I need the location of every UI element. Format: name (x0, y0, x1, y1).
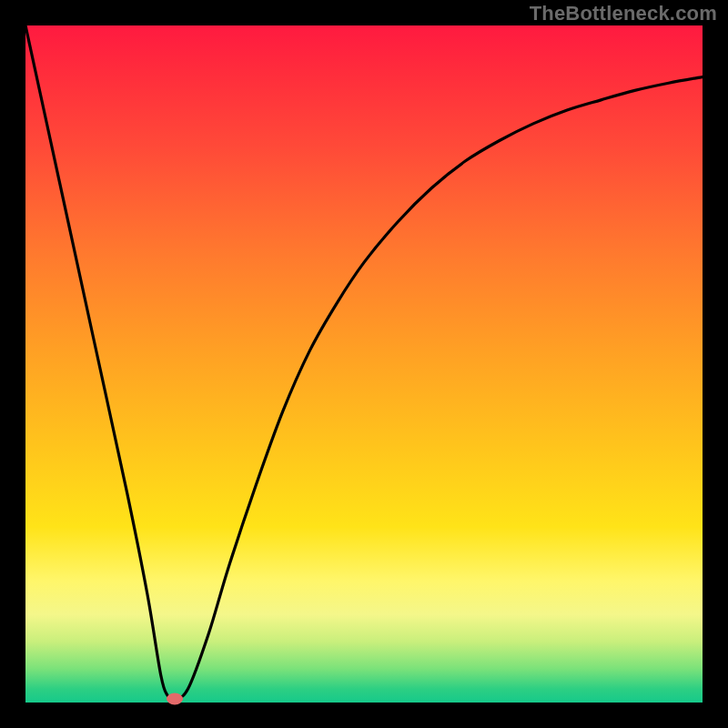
watermark-text: TheBottleneck.com (530, 2, 717, 25)
plot-area (25, 25, 703, 703)
chart-frame: TheBottleneck.com (0, 0, 728, 728)
optimum-marker (167, 693, 183, 705)
curve-svg (25, 25, 703, 703)
bottleneck-curve-path (25, 25, 703, 700)
